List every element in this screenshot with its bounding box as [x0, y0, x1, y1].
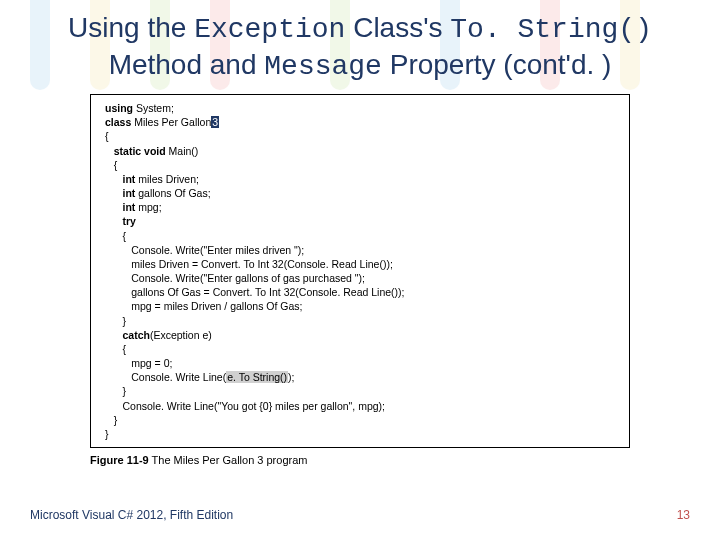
title-mono-1: Exception — [194, 14, 345, 45]
title-text-2: Class's — [345, 12, 450, 43]
code-text: miles Driven = Convert. To Int 32(Consol… — [105, 258, 393, 270]
title-mono-3: Message — [264, 51, 382, 82]
figure-container: using System; class Miles Per Gallon3 { … — [90, 94, 630, 466]
code-listing: using System; class Miles Per Gallon3 { … — [90, 94, 630, 448]
code-text: { — [105, 343, 126, 355]
code-text: { — [105, 130, 109, 142]
code-kw: using — [105, 102, 133, 114]
figure-caption-text: The Miles Per Gallon 3 program — [149, 454, 308, 466]
code-text: Miles Per Gallon — [131, 116, 211, 128]
code-text: Console. Write Line("You got {0} miles p… — [105, 400, 385, 412]
code-text: gallons Of Gas; — [135, 187, 210, 199]
code-kw: catch — [105, 329, 150, 341]
code-kw: int — [105, 173, 135, 185]
figure-label: Figure 11-9 — [90, 454, 149, 466]
slide-title: Using the Exception Class's To. String()… — [0, 0, 720, 90]
code-text: Console. Write Line( — [105, 371, 226, 383]
code-text: { — [105, 230, 126, 242]
code-text: ); — [288, 371, 294, 383]
code-text: miles Driven; — [135, 173, 199, 185]
title-text-4: Property (cont'd. ) — [382, 49, 611, 80]
code-text: (Exception e) — [150, 329, 212, 341]
code-text: Console. Write("Enter miles driven "); — [105, 244, 304, 256]
page-number: 13 — [677, 508, 690, 522]
code-cursor: 3 — [211, 116, 219, 128]
footer-source: Microsoft Visual C# 2012, Fifth Edition — [30, 508, 233, 522]
code-text: mpg = 0; — [105, 357, 172, 369]
code-text: gallons Of Gas = Convert. To Int 32(Cons… — [105, 286, 405, 298]
code-kw: int — [105, 201, 135, 213]
code-text: System; — [133, 102, 174, 114]
title-mono-2: To. String() — [450, 14, 652, 45]
figure-caption: Figure 11-9 The Miles Per Gallon 3 progr… — [90, 454, 630, 466]
code-text: { — [105, 159, 117, 171]
code-kw: class — [105, 116, 131, 128]
code-kw: try — [105, 215, 136, 227]
code-text: Main() — [166, 145, 199, 157]
code-text: mpg; — [135, 201, 161, 213]
title-text-1: Using the — [68, 12, 194, 43]
title-text-3: Method and — [109, 49, 265, 80]
code-highlight: e. To String() — [226, 371, 288, 383]
code-kw: int — [105, 187, 135, 199]
code-text: Console. Write("Enter gallons of gas pur… — [105, 272, 365, 284]
code-text: } — [105, 428, 109, 440]
code-kw: static void — [105, 145, 166, 157]
code-text: } — [105, 414, 117, 426]
code-text: } — [105, 315, 126, 327]
code-text: mpg = miles Driven / gallons Of Gas; — [105, 300, 303, 312]
code-text: } — [105, 385, 126, 397]
